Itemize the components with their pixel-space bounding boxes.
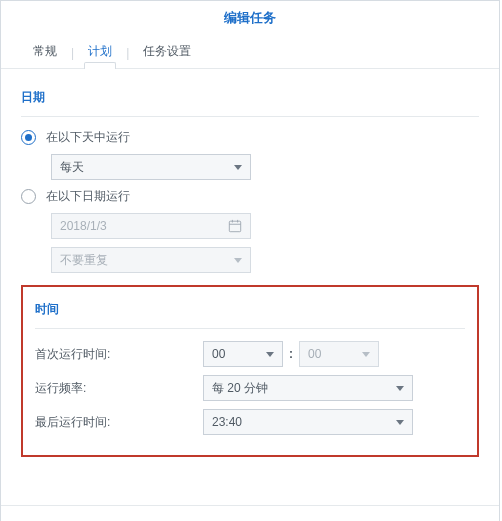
first-run-minute-select[interactable]: 00: [299, 341, 379, 367]
tab-task-settings-label: 任务设置: [143, 44, 191, 58]
tab-general-label: 常规: [33, 44, 57, 58]
days-frequency-select[interactable]: 每天: [51, 154, 251, 180]
radio-run-on-days-label: 在以下天中运行: [46, 129, 130, 146]
first-run-hour-value: 00: [212, 347, 225, 361]
first-run-hour-select[interactable]: 00: [203, 341, 283, 367]
first-run-label: 首次运行时间:: [35, 346, 203, 363]
tab-general[interactable]: 常规: [21, 37, 69, 68]
date-picker[interactable]: 2018/1/3: [51, 213, 251, 239]
days-frequency-value: 每天: [60, 159, 84, 176]
radio-run-on-days[interactable]: 在以下天中运行: [21, 129, 479, 146]
frequency-label: 运行频率:: [35, 380, 203, 397]
time-section-highlight: 时间 首次运行时间: 00 : 00 运行频率: 每 20 分钟: [21, 285, 479, 457]
chevron-down-icon: [362, 352, 370, 357]
run-frequency-select[interactable]: 每 20 分钟: [203, 375, 413, 401]
first-run-minute-value: 00: [308, 347, 321, 361]
svg-rect-0: [229, 221, 240, 232]
chevron-down-icon: [234, 258, 242, 263]
edit-task-dialog: 编辑任务 常规 | 计划 | 任务设置 日期 在以下天中运行 每天 在以下日期运…: [0, 0, 500, 521]
date-section-title: 日期: [21, 89, 479, 106]
last-run-value: 23:40: [212, 415, 242, 429]
chevron-down-icon: [396, 386, 404, 391]
radio-icon: [21, 130, 36, 145]
dialog-footer: 确定 取消: [1, 505, 499, 521]
last-run-row: 最后运行时间: 23:40: [35, 409, 465, 435]
chevron-down-icon: [266, 352, 274, 357]
radio-run-on-date-label: 在以下日期运行: [46, 188, 130, 205]
radio-run-on-date[interactable]: 在以下日期运行: [21, 188, 479, 205]
last-run-select[interactable]: 23:40: [203, 409, 413, 435]
date-picker-value: 2018/1/3: [60, 219, 107, 233]
first-run-row: 首次运行时间: 00 : 00: [35, 341, 465, 367]
tab-separator: |: [124, 40, 131, 66]
dialog-body: 日期 在以下天中运行 每天 在以下日期运行 2018/1/3 不要重复: [1, 69, 499, 465]
repeat-value: 不要重复: [60, 252, 108, 269]
chevron-down-icon: [396, 420, 404, 425]
tab-separator: |: [69, 40, 76, 66]
divider: [35, 328, 465, 329]
dialog-title: 编辑任务: [1, 1, 499, 37]
tab-schedule[interactable]: 计划: [76, 37, 124, 68]
tab-task-settings[interactable]: 任务设置: [131, 37, 203, 68]
repeat-select[interactable]: 不要重复: [51, 247, 251, 273]
divider: [21, 116, 479, 117]
tabs: 常规 | 计划 | 任务设置: [1, 37, 499, 69]
calendar-icon: [228, 219, 242, 233]
run-frequency-value: 每 20 分钟: [212, 380, 268, 397]
chevron-down-icon: [234, 165, 242, 170]
time-section-title: 时间: [35, 301, 465, 318]
time-colon: :: [283, 347, 299, 361]
last-run-label: 最后运行时间:: [35, 414, 203, 431]
radio-icon: [21, 189, 36, 204]
frequency-row: 运行频率: 每 20 分钟: [35, 375, 465, 401]
tab-schedule-label: 计划: [88, 44, 112, 58]
